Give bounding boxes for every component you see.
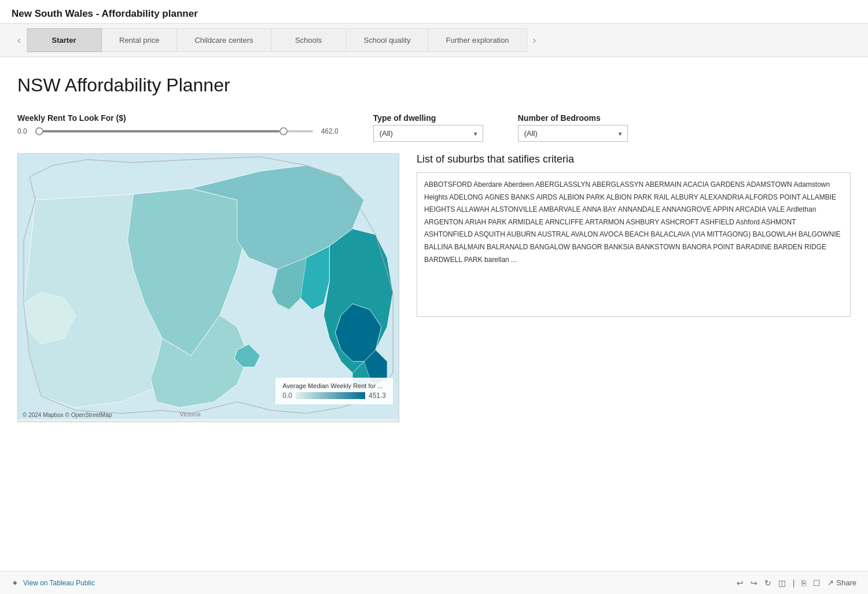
slider-fill — [35, 130, 279, 132]
layout-icon[interactable]: ◫ — [778, 578, 786, 588]
tab-starter[interactable]: Starter — [27, 28, 102, 52]
share-label: Share — [836, 578, 856, 587]
slider-max-value: 462.0 — [321, 127, 339, 135]
legend-max: 451.3 — [369, 392, 386, 400]
share-button[interactable]: ↗ Share — [827, 578, 856, 587]
legend-gradient — [296, 392, 365, 399]
separator: | — [793, 578, 795, 588]
svg-text:Victoria: Victoria — [179, 411, 201, 418]
controls-row: Weekly Rent To Look For ($) 0.0 462.0 Ty… — [17, 113, 851, 142]
bedrooms-control: Number of Bedrooms (All) 1 2 3 4 5+ ▼ — [518, 113, 628, 142]
legend-title: Average Median Weekly Rent for ... — [282, 382, 386, 389]
bedrooms-select[interactable]: (All) 1 2 3 4 5+ — [518, 125, 628, 142]
dwelling-type-label: Type of dwelling — [373, 113, 483, 123]
map-sidebar-row: Victoria Average Median Weekly Rent for … — [17, 153, 851, 422]
slider-thumb-left[interactable] — [35, 127, 43, 135]
suburbs-list-box[interactable]: ABBOTSFORD Aberdare Aberdeen ABERGLASSLY… — [417, 172, 851, 317]
tab-further-exploration[interactable]: Further exploration — [428, 28, 527, 52]
suburbs-list-heading: List of suburbs that satifies criteria — [417, 153, 851, 165]
dwelling-type-select[interactable]: (All) House Unit Townhouse — [373, 125, 483, 142]
bottom-bar: ✦ View on Tableau Public ↩ ↪ ↻ ◫ | ⎘ ☐ ↗… — [0, 571, 868, 594]
fullscreen-icon[interactable]: ☐ — [813, 578, 821, 588]
weekly-rent-control: Weekly Rent To Look For ($) 0.0 462.0 — [17, 113, 339, 135]
map-container[interactable]: Victoria Average Median Weekly Rent for … — [17, 153, 399, 422]
slider-thumb-right[interactable] — [279, 127, 288, 135]
slider-track[interactable] — [35, 130, 313, 132]
tab-schools[interactable]: Schools — [271, 28, 347, 52]
dwelling-type-select-wrapper: (All) House Unit Townhouse ▼ — [373, 125, 483, 142]
tab-school-quality[interactable]: School quality — [347, 28, 429, 52]
bedrooms-label: Number of Bedrooms — [518, 113, 628, 123]
tab-next-arrow[interactable]: › — [527, 34, 542, 46]
download-icon[interactable]: ⎘ — [801, 578, 806, 588]
redo-icon[interactable]: ↪ — [751, 578, 757, 588]
dwelling-type-control: Type of dwelling (All) House Unit Townho… — [373, 113, 483, 142]
legend-bar: 0.0 451.3 — [282, 392, 386, 400]
weekly-rent-label: Weekly Rent To Look For ($) — [17, 113, 339, 123]
suburbs-list-text: ABBOTSFORD Aberdare Aberdeen ABERGLASSLY… — [424, 180, 841, 264]
slider-min-value: 0.0 — [17, 127, 27, 135]
undo-icon[interactable]: ↩ — [737, 578, 744, 588]
map-legend: Average Median Weekly Rent for ... 0.0 4… — [275, 378, 393, 404]
tableau-link[interactable]: View on Tableau Public — [23, 579, 95, 587]
revert-icon[interactable]: ↻ — [764, 578, 771, 588]
legend-min: 0.0 — [282, 392, 292, 400]
sidebar: List of suburbs that satifies criteria A… — [411, 153, 851, 317]
tab-prev-arrow[interactable]: ‹ — [12, 34, 27, 46]
tab-navigation: ‹ Starter Rental price Childcare centers… — [0, 24, 868, 57]
main-content: NSW Affordability Planner Weekly Rent To… — [0, 57, 868, 434]
bottom-left: ✦ View on Tableau Public — [12, 578, 95, 588]
tab-rental-price[interactable]: Rental price — [102, 28, 177, 52]
map-copyright: © 2024 Mapbox © OpenStreetMap — [23, 412, 112, 418]
top-bar: New South Wales - Affordability planner — [0, 0, 868, 24]
page-heading: NSW Affordability Planner — [17, 75, 851, 96]
bottom-right: ↩ ↪ ↻ ◫ | ⎘ ☐ ↗ Share — [737, 578, 856, 588]
slider-row: 0.0 462.0 — [17, 127, 339, 135]
page-title: New South Wales - Affordability planner — [12, 8, 198, 19]
tab-childcare-centers[interactable]: Childcare centers — [177, 28, 271, 52]
share-icon: ↗ — [827, 578, 834, 587]
tableau-icon: ✦ — [12, 578, 19, 588]
bedrooms-select-wrapper: (All) 1 2 3 4 5+ ▼ — [518, 125, 628, 142]
